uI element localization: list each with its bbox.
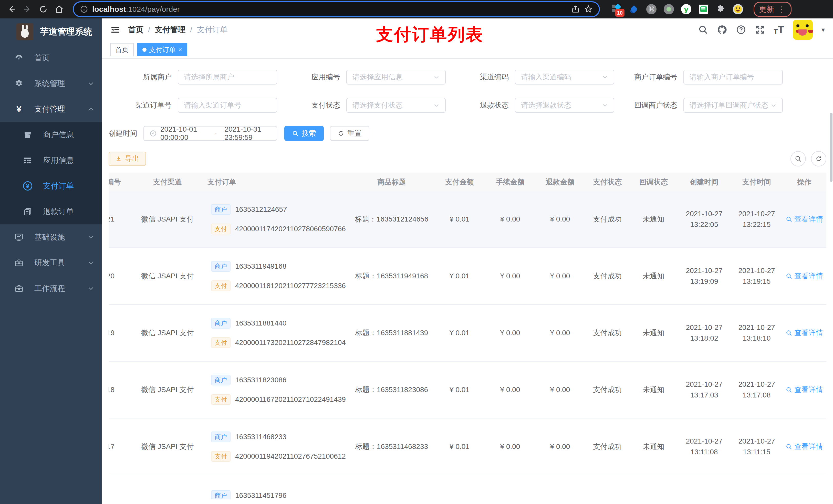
sidebar-item-workflow[interactable]: 工作流程	[0, 275, 102, 301]
active-tag-dot	[142, 48, 146, 52]
user-caret-down-icon[interactable]: ▾	[822, 26, 825, 34]
magnifier-icon	[786, 273, 792, 280]
extension-record-icon[interactable]	[663, 4, 674, 15]
channel-order-no-input[interactable]	[178, 98, 277, 113]
shop-icon	[23, 130, 32, 139]
notify-status-cell: 未通知	[630, 442, 677, 452]
pay-tag: 支付	[211, 281, 231, 291]
sidebar-item-system[interactable]: 系统管理	[0, 71, 102, 96]
sidebar-item-payment[interactable]: ¥ 支付管理	[0, 96, 102, 122]
site-info-icon[interactable]	[80, 5, 88, 13]
breadcrumb-home[interactable]: 首页	[128, 25, 143, 35]
refund-status-select[interactable]: 请选择退款状态	[515, 98, 614, 113]
table-row[interactable]: 17 微信 JSAPI 支付 商户1635311468233 支付4200001…	[109, 418, 826, 475]
sidebar-item-refund-order[interactable]: 退款订单	[0, 199, 102, 224]
reload-icon[interactable]	[39, 4, 48, 14]
app-logo	[16, 23, 33, 40]
filter-label: 回调商户状态	[614, 100, 684, 110]
github-icon[interactable]	[717, 25, 727, 35]
date-range-picker[interactable]: 2021-10-01 00:00:00 - 2021-10-31 23:59:5…	[143, 126, 277, 141]
view-detail-link[interactable]: 查看详情	[786, 328, 823, 338]
bookmark-star-icon[interactable]	[584, 5, 593, 14]
font-size-icon[interactable]: TT	[774, 25, 784, 35]
browser-update-button[interactable]: 更新 ⋮	[754, 2, 791, 17]
search-button[interactable]: 搜索	[284, 126, 324, 141]
action-cell: 查看详情	[782, 385, 826, 395]
merchant-input[interactable]	[178, 70, 277, 85]
document-icon	[23, 207, 32, 216]
title-cell: 标题：1635311823086	[349, 385, 434, 394]
tag-home[interactable]: 首页	[110, 43, 134, 56]
sidebar-item-merchant-info[interactable]: 商户信息	[0, 122, 102, 147]
col-header: 编号	[109, 177, 129, 187]
table-search-toggle-button[interactable]	[790, 151, 806, 166]
app-select[interactable]: 请选择应用信息	[346, 70, 446, 85]
fee-amount-cell: ¥ 0.00	[485, 329, 535, 337]
table-row[interactable]: 21 微信 JSAPI 支付 商户1635312124657 支付4200001…	[109, 191, 826, 248]
table-row-partial[interactable]: 商户1635311451796	[109, 475, 826, 499]
address-bar[interactable]: localhost:1024/pay/order	[74, 2, 599, 16]
browser-menu-dots-icon[interactable]: ⋮	[778, 5, 786, 14]
view-detail-link[interactable]: 查看详情	[786, 214, 823, 224]
channel-order-no: 4200001173202110272847982104	[235, 339, 346, 347]
export-button[interactable]: 导出	[109, 152, 146, 166]
sidebar-item-dev-tools[interactable]: 研发工具	[0, 250, 102, 275]
back-icon[interactable]	[7, 4, 16, 14]
view-detail-link[interactable]: 查看详情	[786, 385, 823, 394]
sidebar-item-pay-order[interactable]: ¥ 支付订单	[0, 173, 102, 199]
help-icon[interactable]	[736, 25, 746, 35]
extension-chat-icon[interactable]	[698, 4, 709, 15]
extensions-puzzle-icon[interactable]	[716, 4, 726, 14]
breadcrumb-current: 支付订单	[197, 25, 228, 35]
pay-time-cell: 2021-10-2713:17:08	[731, 380, 782, 399]
fullscreen-icon[interactable]	[755, 25, 765, 35]
clock-icon	[149, 130, 157, 137]
tag-pay-order[interactable]: 支付订单 ×	[137, 43, 187, 56]
merchant-order-no-input[interactable]	[684, 70, 783, 85]
header-actions: TT ▾	[698, 20, 825, 40]
breadcrumb: 首页 / 支付管理 / 支付订单	[128, 25, 228, 35]
extension-kite-icon[interactable]	[628, 4, 639, 15]
sidebar-item-home[interactable]: 首页	[0, 45, 102, 71]
filter-label: 支付状态	[277, 100, 346, 110]
sidebar-item-app-info[interactable]: 应用信息	[0, 147, 102, 173]
extension-y-icon[interactable]: y	[681, 4, 692, 15]
extension-blocks-icon[interactable]: 10	[611, 4, 622, 15]
share-icon[interactable]	[571, 5, 580, 14]
title-cell: 标题：1635312124656	[349, 214, 434, 224]
table-row[interactable]: 18 微信 JSAPI 支付 商户1635311823086 支付4200001…	[109, 362, 826, 418]
title-cell: 标题：1635311881439	[349, 328, 434, 338]
action-cell: 查看详情	[782, 328, 826, 338]
table-row[interactable]: 20 微信 JSAPI 支付 商户1635311949168 支付4200001…	[109, 248, 826, 305]
page-scrollbar[interactable]	[830, 113, 832, 182]
table-refresh-button[interactable]	[811, 151, 826, 166]
sidebar-item-infrastructure[interactable]: 基础设施	[0, 224, 102, 250]
reset-button[interactable]: 重置	[330, 126, 370, 141]
table-toolbar: 导出	[109, 151, 826, 166]
create-time-cell: 2021-10-2713:18:02	[677, 323, 731, 342]
view-detail-link[interactable]: 查看详情	[786, 442, 823, 452]
sidebar-item-label: 支付管理	[34, 104, 77, 115]
search-icon[interactable]	[698, 25, 708, 35]
app-logo-row[interactable]: 芋道管理系统	[0, 19, 102, 45]
chevron-up-icon	[88, 106, 94, 113]
extension-command-icon[interactable]: ⌘	[646, 4, 657, 15]
forward-icon[interactable]	[23, 4, 32, 14]
close-tag-icon[interactable]: ×	[178, 46, 182, 54]
table-row[interactable]: 19 微信 JSAPI 支付 商户1635311881440 支付4200001…	[109, 305, 826, 362]
collapse-sidebar-icon[interactable]	[110, 25, 120, 35]
notify-status-select[interactable]: 请选择订单回调商户状态	[684, 98, 783, 113]
channel-cell: 微信 JSAPI 支付	[129, 271, 206, 281]
action-cell: 查看详情	[782, 271, 826, 281]
breadcrumb-payment[interactable]: 支付管理	[155, 25, 186, 35]
view-detail-link[interactable]: 查看详情	[786, 271, 823, 281]
user-avatar[interactable]	[793, 20, 813, 40]
extension-emoji-icon[interactable]	[733, 4, 743, 15]
channel-code-select[interactable]: 请输入渠道编码	[515, 70, 614, 85]
fee-amount-cell: ¥ 0.00	[485, 272, 535, 280]
pay-status-select[interactable]: 请选择支付状态	[346, 98, 446, 113]
notify-status-cell: 未通知	[630, 328, 677, 338]
home-icon[interactable]	[54, 4, 64, 14]
search-icon	[292, 130, 299, 137]
browser-toolbar: localhost:1024/pay/order 10 ⌘ y 更新 ⋮	[0, 0, 833, 19]
